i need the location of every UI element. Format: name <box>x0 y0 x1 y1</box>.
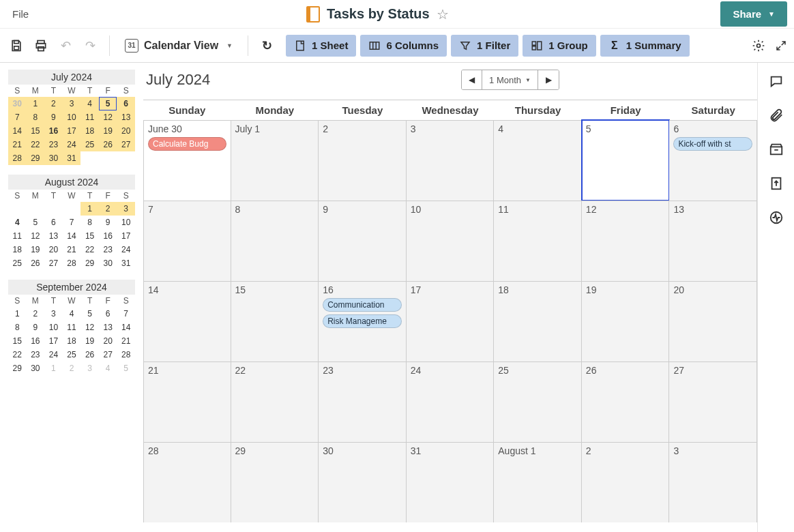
mini-day[interactable]: 9 <box>44 110 63 124</box>
mini-day[interactable]: 17 <box>117 229 135 243</box>
mini-day[interactable]: 18 <box>80 124 99 138</box>
calendar-cell[interactable]: 12 <box>582 201 670 281</box>
calendar-cell[interactable]: 25 <box>494 361 582 442</box>
mini-day[interactable]: 21 <box>8 138 27 151</box>
calendar-cell[interactable]: July 1 <box>231 120 319 201</box>
mini-day[interactable]: 4 <box>63 307 81 321</box>
gear-icon[interactable] <box>752 39 765 53</box>
mini-day[interactable]: 17 <box>63 124 81 138</box>
mini-day[interactable]: 26 <box>99 138 117 151</box>
archive-icon[interactable] <box>769 142 784 157</box>
comment-icon[interactable] <box>769 74 784 89</box>
calendar-cell[interactable]: 6Kick-off with st <box>669 120 757 201</box>
mini-day[interactable]: 23 <box>99 243 117 256</box>
mini-day[interactable]: 26 <box>80 348 99 361</box>
calendar-cell[interactable]: 2 <box>582 442 670 522</box>
calendar-cell[interactable]: 23 <box>319 361 407 442</box>
save-icon[interactable] <box>7 36 26 55</box>
calendar-cell[interactable]: 13 <box>669 201 757 281</box>
mini-day[interactable]: 18 <box>8 243 27 256</box>
share-button[interactable]: Share ▼ <box>720 1 787 27</box>
mini-day[interactable]: 4 <box>99 361 117 375</box>
mini-day[interactable]: 15 <box>8 334 27 348</box>
view-selector[interactable]: 31 Calendar View ▼ <box>119 36 238 55</box>
next-button[interactable]: ▶ <box>538 70 559 89</box>
mini-day[interactable]: 20 <box>44 243 63 256</box>
calendar-cell[interactable]: 2 <box>319 120 407 201</box>
mini-day[interactable]: 13 <box>44 229 63 243</box>
export-icon[interactable] <box>769 176 784 191</box>
calendar-cell[interactable]: 3 <box>407 120 495 201</box>
mini-day[interactable]: 6 <box>44 216 63 229</box>
mini-day[interactable]: 20 <box>99 334 117 348</box>
calendar-event[interactable]: Risk Manageme <box>323 314 402 328</box>
mini-day[interactable]: 5 <box>27 216 45 229</box>
mini-day[interactable]: 20 <box>117 124 135 138</box>
mini-day[interactable]: 10 <box>117 216 135 229</box>
mini-day[interactable]: 27 <box>99 348 117 361</box>
mini-day[interactable]: 2 <box>63 361 81 375</box>
mini-day[interactable]: 16 <box>27 334 45 348</box>
mini-day[interactable]: 4 <box>80 97 99 110</box>
mini-day[interactable]: 2 <box>27 307 45 321</box>
mini-day[interactable]: 3 <box>63 97 81 110</box>
mini-day[interactable]: 22 <box>8 348 27 361</box>
calendar-cell[interactable]: 9 <box>319 201 407 281</box>
mini-day[interactable]: 5 <box>80 307 99 321</box>
refresh-icon[interactable]: ↻ <box>258 38 276 53</box>
mini-day[interactable]: 7 <box>63 216 81 229</box>
calendar-event[interactable]: Calculate Budg <box>148 137 226 151</box>
mini-day[interactable]: 13 <box>99 321 117 334</box>
calendar-cell[interactable]: 27 <box>669 361 757 442</box>
mini-day[interactable]: 9 <box>27 321 45 334</box>
calendar-cell[interactable]: 22 <box>231 361 319 442</box>
mini-day[interactable]: 15 <box>27 124 45 138</box>
mini-day[interactable]: 2 <box>44 97 63 110</box>
mini-day[interactable]: 12 <box>80 321 99 334</box>
mini-day[interactable]: 28 <box>8 151 27 165</box>
mini-day[interactable]: 23 <box>27 348 45 361</box>
mini-calendar-title[interactable]: August 2024 <box>8 175 135 190</box>
mini-day[interactable]: 6 <box>99 307 117 321</box>
calendar-cell[interactable]: 21 <box>143 361 231 442</box>
mini-day[interactable]: 21 <box>63 243 81 256</box>
mini-day[interactable]: 1 <box>27 97 45 110</box>
redo-icon[interactable]: ↷ <box>80 36 100 55</box>
mini-day[interactable]: 14 <box>63 229 81 243</box>
calendar-cell[interactable]: 31 <box>407 442 495 522</box>
calendar-cell[interactable]: 30 <box>319 442 407 522</box>
mini-day[interactable]: 15 <box>80 229 99 243</box>
calendar-cell[interactable]: 17 <box>407 281 495 361</box>
mini-day[interactable]: 28 <box>117 348 135 361</box>
mini-day[interactable]: 12 <box>99 110 117 124</box>
calendar-cell[interactable]: 28 <box>143 442 231 522</box>
mini-day[interactable]: 27 <box>117 138 135 151</box>
calendar-event[interactable]: Kick-off with st <box>673 137 752 151</box>
mini-day[interactable]: 10 <box>44 321 63 334</box>
calendar-cell[interactable]: 7 <box>143 201 231 281</box>
attachment-icon[interactable] <box>769 108 784 123</box>
mini-day[interactable]: 19 <box>80 334 99 348</box>
sheet-pill[interactable]: 1 Sheet <box>286 35 356 57</box>
mini-day[interactable]: 27 <box>44 256 63 270</box>
mini-day[interactable]: 21 <box>117 334 135 348</box>
filter-pill[interactable]: 1 Filter <box>451 35 518 57</box>
star-icon[interactable]: ☆ <box>437 6 449 23</box>
mini-day[interactable]: 7 <box>117 307 135 321</box>
mini-day[interactable]: 9 <box>99 216 117 229</box>
calendar-cell[interactable]: 18 <box>494 281 582 361</box>
mini-day[interactable]: 5 <box>99 97 117 110</box>
calendar-cell[interactable]: 29 <box>231 442 319 522</box>
mini-day[interactable]: 3 <box>117 202 135 216</box>
calendar-cell[interactable]: 8 <box>231 201 319 281</box>
summary-pill[interactable]: Σ 1 Summary <box>600 35 690 57</box>
calendar-cell[interactable]: 19 <box>582 281 670 361</box>
mini-day[interactable]: 13 <box>117 110 135 124</box>
calendar-cell[interactable]: 20 <box>669 281 757 361</box>
mini-day[interactable]: 11 <box>63 321 81 334</box>
calendar-cell[interactable]: 3 <box>669 442 757 522</box>
mini-day[interactable]: 6 <box>117 97 135 110</box>
mini-day[interactable]: 31 <box>63 151 81 165</box>
expand-icon[interactable] <box>775 40 787 52</box>
columns-pill[interactable]: 6 Columns <box>360 35 447 57</box>
